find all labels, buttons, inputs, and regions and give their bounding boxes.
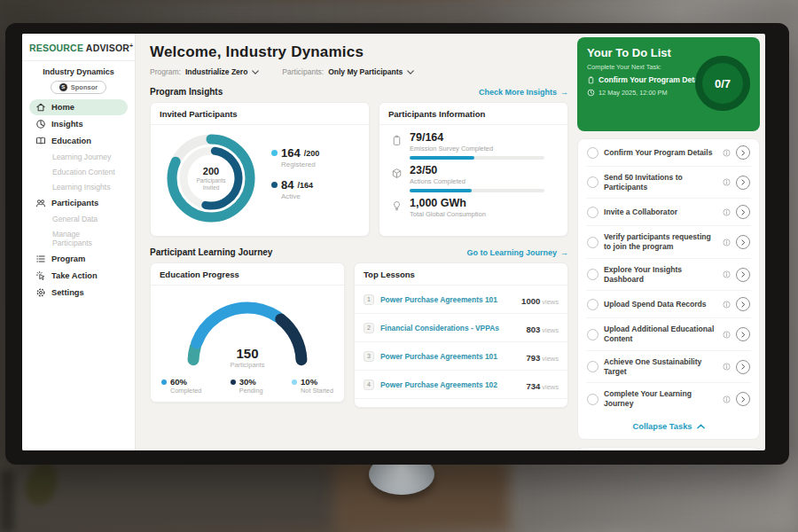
sponsor-icon: S — [59, 83, 67, 91]
participants-information-title: Participants Information — [379, 103, 567, 125]
info-icon — [723, 208, 731, 216]
task-row-achieve-one-sustainability-target: Achieve One Sustainability Target — [586, 351, 751, 383]
task-checkbox[interactable] — [587, 269, 598, 280]
sidebar-subitem-learning-journey[interactable]: Learning Journey — [29, 150, 128, 164]
arrow-right-icon: → — [560, 248, 568, 257]
sidebar-item-take-action[interactable]: Take Action — [29, 268, 128, 284]
task-chevron-button[interactable] — [736, 235, 750, 249]
sidebar: RESOURCE ADVISOR+ Industry Dynamics S Sp… — [22, 34, 136, 450]
sidebar-subitem-manage-participants[interactable]: Manage Participants — [29, 227, 128, 250]
sidebar-nav: HomeInsightsEducationLearning JourneyEdu… — [29, 99, 128, 301]
task-chevron-button[interactable] — [736, 145, 750, 160]
settings-icon — [35, 287, 46, 298]
task-label: Invite a Collaborator — [604, 207, 717, 217]
lesson-row: 5Power Purchase Agreements 103600views — [355, 399, 567, 408]
stat-label: Emission Survey Completed — [410, 145, 544, 153]
legend-item-pending: 30%Pending — [231, 377, 263, 395]
task-chevron-button[interactable] — [736, 360, 750, 374]
task-chevron-button[interactable] — [736, 205, 750, 219]
stat-row-emission-survey-completed: 79/164Emission Survey Completed — [391, 132, 556, 160]
sidebar-subitem-general-data[interactable]: General Data — [29, 212, 128, 226]
task-chevron-button[interactable] — [736, 297, 750, 311]
program-insights-heading: Program Insights — [150, 87, 223, 97]
participants-label: Participants: — [282, 67, 324, 76]
lesson-rank: 3 — [364, 351, 374, 362]
content-area: Welcome, Industry Dynamics Program: Indu… — [136, 34, 765, 450]
lesson-views: 793views — [526, 348, 559, 364]
program-label: Program: — [150, 67, 181, 76]
invited-legend: 164 /200 Registered 84 /164 — [271, 146, 319, 210]
sidebar-subitem-education-content[interactable]: Education Content — [29, 165, 128, 179]
task-chevron-button[interactable] — [736, 327, 750, 341]
sidebar-item-label: Education — [51, 137, 91, 145]
task-checkbox[interactable] — [587, 237, 598, 248]
invited-participants-title: Invited Participants — [151, 103, 369, 125]
task-chevron-button[interactable] — [736, 392, 750, 406]
sidebar-item-label: Participants — [51, 199, 98, 207]
task-label: Confirm Your Program Details — [604, 148, 717, 158]
task-row-invite-a-collaborator: Invite a Collaborator — [586, 199, 751, 226]
lesson-link[interactable]: Financial Considerations - VPPAs — [380, 324, 520, 332]
lesson-views: 734views — [526, 377, 559, 393]
lesson-row: 3Power Purchase Agreements 101793views — [355, 342, 567, 371]
program-dropdown[interactable]: Program: Industrialize Zero — [150, 67, 259, 76]
participants-information-card: Participants Information 79/164Emission … — [379, 102, 568, 237]
task-row-confirm-your-program-details: Confirm Your Program Details — [586, 139, 751, 167]
active-dot — [271, 182, 278, 188]
home-icon — [35, 102, 46, 113]
sidebar-item-participants[interactable]: Participants — [29, 195, 128, 211]
lesson-link[interactable]: Power Purchase Agreements 101 — [380, 352, 520, 361]
todo-panel: Your To Do List Complete Your Next Task:… — [575, 34, 765, 450]
stat-row-total-global-consumption: 1,000 GWhTotal Global Consumption — [391, 198, 556, 218]
legend-dot — [231, 379, 236, 385]
sidebar-item-home[interactable]: Home — [29, 99, 128, 115]
participants-icon — [35, 198, 46, 208]
registered-legend-item: 164 /200 Registered — [271, 146, 319, 168]
task-chevron-button[interactable] — [736, 268, 750, 282]
sidebar-item-settings[interactable]: Settings — [29, 285, 128, 301]
legend-dot — [292, 379, 297, 385]
participants-dropdown[interactable]: Participants: Only My Participants — [282, 67, 414, 76]
gauge-count: 150 — [181, 346, 314, 361]
stat-value: 79/164 — [410, 132, 544, 144]
task-checkbox[interactable] — [587, 329, 598, 340]
legend-item-completed: 60%Completed — [161, 377, 201, 395]
sidebar-item-insights[interactable]: Insights — [29, 116, 128, 132]
info-icon — [723, 395, 731, 403]
task-label: Upload Additional Educational Content — [604, 325, 717, 343]
task-checkbox[interactable] — [587, 147, 598, 159]
lesson-rank: 2 — [364, 323, 374, 333]
task-checkbox[interactable] — [587, 176, 598, 188]
todo-tasks-card: Confirm Your Program DetailsSend 50 Invi… — [577, 138, 760, 440]
arrow-right-icon: → — [560, 88, 568, 97]
collapse-tasks-link[interactable]: Collapse Tasks — [586, 415, 751, 439]
task-checkbox[interactable] — [587, 207, 598, 218]
stat-label: Actions Completed — [410, 177, 544, 185]
lesson-link[interactable]: Power Purchase Agreements 102 — [380, 380, 520, 389]
task-checkbox[interactable] — [587, 361, 598, 372]
lesson-link[interactable]: Power Purchase Agreements 101 — [380, 295, 515, 304]
go-to-learning-journey-link[interactable]: Go to Learning Journey → — [466, 248, 568, 257]
task-checkbox[interactable] — [587, 394, 598, 405]
task-chevron-button[interactable] — [736, 176, 750, 190]
task-checkbox[interactable] — [587, 299, 598, 310]
lesson-row: 4Power Purchase Agreements 102734views — [355, 371, 567, 399]
info-icon — [723, 301, 731, 309]
lesson-views: 1000views — [521, 292, 559, 308]
todo-next-task: Confirm Your Program Details — [598, 75, 707, 84]
task-row-complete-your-learning-journey: Complete Your Learning Journey — [586, 383, 751, 414]
check-more-insights-link[interactable]: Check More Insights → — [479, 88, 568, 97]
invited-participants-card: Invited Participants 200 — [150, 102, 370, 237]
sidebar-item-education[interactable]: Education — [29, 133, 128, 149]
background-desk-right — [514, 457, 798, 532]
info-icon — [723, 239, 731, 246]
task-row-verify-participants-requesting-to-join-the-program: Verify participants requesting to join t… — [586, 226, 751, 258]
sidebar-item-program[interactable]: Program — [29, 251, 128, 267]
legend-value: 30% — [239, 377, 256, 387]
learning-journey-heading: Participant Learning Journey — [150, 247, 272, 257]
sidebar-subitem-learning-insights[interactable]: Learning Insights — [29, 180, 128, 194]
todo-summary-card: Your To Do List Complete Your Next Task:… — [577, 37, 760, 131]
task-label: Complete Your Learning Journey — [604, 389, 717, 408]
invited-donut-chart: 200 Participants Invited — [163, 130, 259, 226]
stat-value: 1,000 GWh — [410, 198, 486, 209]
